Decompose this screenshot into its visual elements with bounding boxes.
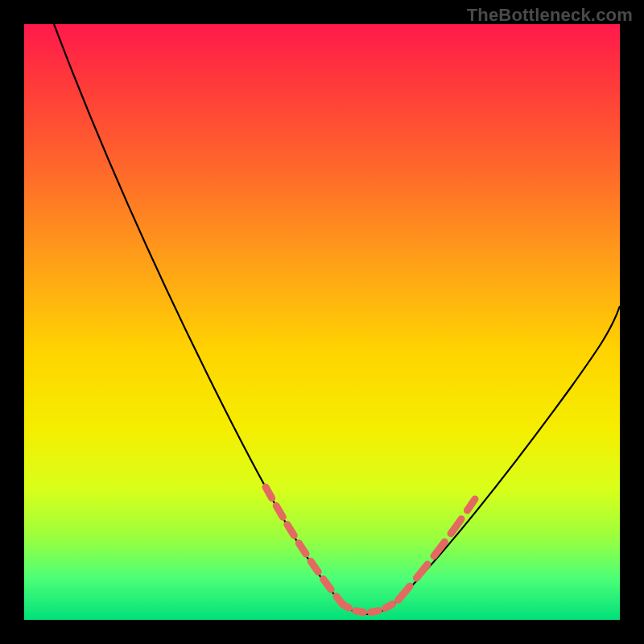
chart-frame: TheBottleneck.com: [0, 0, 644, 644]
bottleneck-curve: [54, 24, 620, 614]
curve-svg: [24, 24, 620, 620]
highlight-dash-left: [266, 487, 342, 604]
highlight-dash-right: [398, 499, 475, 600]
highlight-dash-bottom: [342, 600, 398, 613]
plot-area: [24, 24, 620, 620]
watermark-text: TheBottleneck.com: [467, 5, 633, 26]
